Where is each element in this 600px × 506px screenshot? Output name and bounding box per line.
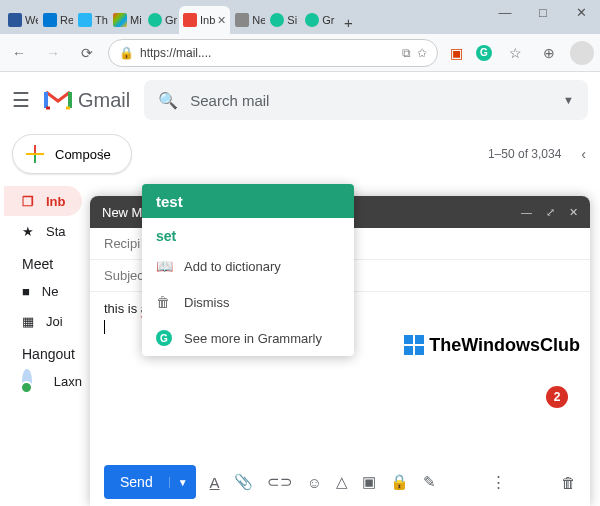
link-icon[interactable]: ⊂⊃ (267, 473, 293, 491)
add-to-dictionary[interactable]: 📖 Add to dictionary (142, 248, 354, 284)
image-icon[interactable]: ▣ (362, 473, 376, 491)
window-minimize[interactable]: — (486, 0, 524, 24)
pen-icon[interactable]: ✎ (423, 473, 436, 491)
send-button[interactable]: Send ▼ (104, 465, 196, 499)
more-icon[interactable]: ⋮ (491, 473, 506, 491)
see-more-grammarly[interactable]: G See more in Grammarly (142, 320, 354, 356)
favorites-button[interactable]: ☆ (502, 40, 528, 66)
gmail-header: ☰ Gmail 🔍 Search mail ▼ (0, 72, 600, 128)
sidebar-item-new-meeting[interactable]: ■ Ne (4, 276, 82, 306)
grammarly-badge[interactable]: 2 (546, 386, 568, 408)
hangouts-user-label: Laxn (54, 374, 82, 389)
menu-label: Dismiss (184, 295, 230, 310)
tab-label: Re (60, 14, 73, 26)
inbox-icon: ❐ (22, 194, 34, 209)
pagination-counter: 1–50 of 3,034 (488, 147, 561, 161)
star-icon: ★ (22, 224, 34, 239)
office-extension-icon[interactable]: ▣ (446, 43, 466, 63)
grammarly-extension-icon[interactable]: G (474, 43, 494, 63)
window-close[interactable]: ✕ (562, 0, 600, 24)
svg-rect-1 (415, 335, 424, 344)
tab-label: Gr (322, 14, 334, 26)
browser-tab-active[interactable]: Inb✕ (179, 6, 230, 34)
drive-icon[interactable]: △ (336, 473, 348, 491)
sidebar-label: Joi (46, 314, 63, 329)
search-icon: 🔍 (158, 91, 178, 110)
tab-label: Th (95, 14, 108, 26)
sidebar-label: Ne (42, 284, 59, 299)
image-caption: TheWindowsClub (429, 335, 580, 356)
favorite-icon[interactable]: ✩ (417, 46, 427, 60)
grammarly-suggestion[interactable]: set (142, 218, 354, 248)
attach-icon[interactable]: 📎 (234, 473, 253, 491)
grammarly-icon: G (156, 330, 172, 346)
svg-rect-3 (415, 346, 424, 355)
tab-label: Inb (200, 14, 215, 26)
svg-rect-2 (404, 346, 413, 355)
browser-tab[interactable]: Gr (144, 6, 178, 34)
chevron-left-icon[interactable]: ‹ (581, 146, 586, 162)
body-text: this is (104, 301, 141, 316)
hangouts-section: Hangout (4, 336, 82, 366)
browser-tab[interactable]: We (4, 6, 38, 34)
hangouts-user[interactable]: Laxn (4, 366, 82, 396)
menu-icon[interactable]: ☰ (12, 88, 30, 112)
keyboard-icon: ▦ (22, 314, 34, 329)
browser-tab[interactable]: Gr (301, 6, 335, 34)
grammarly-popup: test set 📖 Add to dictionary 🗑 Dismiss G… (142, 184, 354, 356)
svg-rect-0 (404, 335, 413, 344)
lock-icon: 🔒 (119, 46, 134, 60)
sidebar-item-inbox[interactable]: ❐ Inb (4, 186, 82, 216)
dictionary-icon: 📖 (156, 258, 172, 274)
send-dropdown[interactable]: ▼ (169, 477, 196, 488)
avatar (22, 369, 32, 393)
url-input[interactable]: 🔒 https://mail.... ⧉ ✩ (108, 39, 438, 67)
compose-title: New M (102, 205, 142, 220)
browser-tab[interactable]: Re (39, 6, 73, 34)
format-icon[interactable]: A (210, 474, 220, 491)
link-icon: ⧉ (402, 46, 411, 60)
video-icon: ■ (22, 284, 30, 299)
forward-button[interactable]: → (40, 40, 66, 66)
sidebar-label: Inb (46, 194, 66, 209)
close-icon[interactable]: ✕ (569, 206, 578, 219)
browser-tab[interactable]: Mi (109, 6, 143, 34)
tab-label: Gr (165, 14, 177, 26)
back-button[interactable]: ← (6, 40, 32, 66)
sidebar-item-join[interactable]: ▦ Joi (4, 306, 82, 336)
new-tab-button[interactable]: + (336, 10, 360, 34)
tab-label: We (25, 14, 38, 26)
close-icon[interactable]: ✕ (217, 14, 226, 27)
url-text: https://mail.... (140, 46, 396, 60)
minimize-icon[interactable]: — (521, 206, 532, 219)
window-maximize[interactable]: □ (524, 0, 562, 24)
sidebar-label: Sta (46, 224, 66, 239)
more-icon[interactable]: ⋮ (96, 147, 108, 161)
tab-label: Si (287, 14, 297, 26)
text-cursor (104, 320, 105, 334)
chevron-down-icon[interactable]: ▼ (563, 94, 574, 106)
browser-tab[interactable]: Si (266, 6, 300, 34)
emoji-icon[interactable]: ☺ (307, 474, 322, 491)
reload-button[interactable]: ⟳ (74, 40, 100, 66)
collections-button[interactable]: ⊕ (536, 40, 562, 66)
grammarly-header: test (142, 184, 354, 218)
dismiss-button[interactable]: 🗑 Dismiss (142, 284, 354, 320)
profile-avatar[interactable] (570, 41, 594, 65)
tab-label: Mi (130, 14, 142, 26)
menu-label: See more in Grammarly (184, 331, 322, 346)
confidential-icon[interactable]: 🔒 (390, 473, 409, 491)
send-label: Send (104, 474, 169, 490)
browser-tab[interactable]: Th (74, 6, 108, 34)
inline-image: TheWindowsClub (403, 334, 580, 356)
gmail-sidebar: Compose ❐ Inb ★ Sta Meet ■ Ne ▦ Joi Hang… (0, 128, 82, 396)
gmail-logo[interactable]: Gmail (44, 89, 130, 112)
plus-icon (25, 144, 45, 164)
search-input[interactable]: 🔍 Search mail ▼ (144, 80, 588, 120)
sidebar-item-starred[interactable]: ★ Sta (4, 216, 82, 246)
trash-icon: 🗑 (156, 294, 172, 310)
expand-icon[interactable]: ⤢ (546, 206, 555, 219)
trash-icon[interactable]: 🗑 (561, 474, 576, 491)
browser-tab[interactable]: Ne (231, 6, 265, 34)
menu-label: Add to dictionary (184, 259, 281, 274)
